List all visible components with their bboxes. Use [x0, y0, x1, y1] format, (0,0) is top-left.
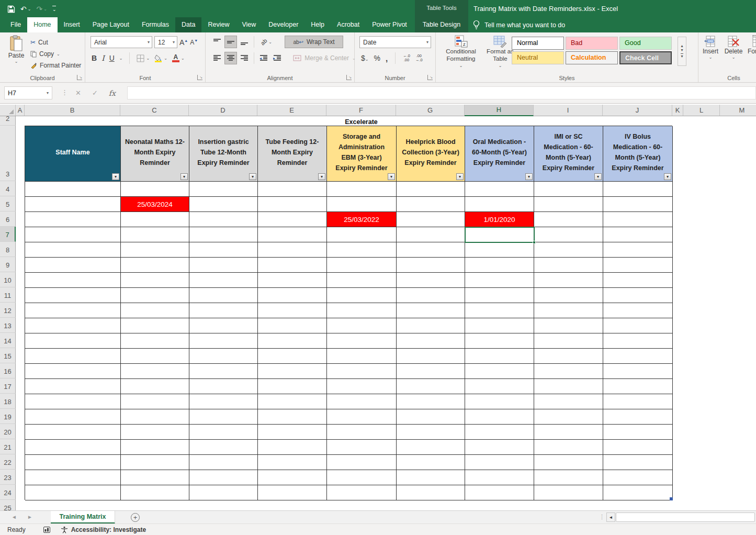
row-header-20[interactable]: 20 [0, 424, 16, 439]
font-dialog-launcher[interactable]: ↘ [197, 75, 202, 80]
table-header-tube-feeding-12-month-expiry-reminder[interactable]: Tube Feeding 12-Month Expiry Reminder▾ [258, 126, 327, 182]
row-header-17[interactable]: 17 [0, 378, 16, 394]
align-top-button[interactable] [211, 36, 223, 48]
hscroll-thumb[interactable] [616, 512, 755, 522]
cell-E23[interactable] [258, 470, 327, 485]
cell-C16[interactable] [121, 364, 189, 379]
cell-E8[interactable] [258, 242, 327, 258]
row-header-5[interactable]: 5 [0, 196, 16, 211]
cell-H17[interactable] [465, 379, 534, 394]
column-header-F[interactable]: F [326, 105, 396, 116]
cell-D21[interactable] [189, 440, 258, 455]
filter-dropdown-icon[interactable]: ▾ [388, 173, 395, 180]
cell-B8[interactable] [25, 242, 121, 258]
cell-J18[interactable] [603, 394, 673, 409]
select-all-button[interactable] [0, 105, 16, 116]
cell-H18[interactable] [465, 394, 534, 409]
alignment-dialog-launcher[interactable]: ↘ [346, 75, 352, 80]
cell-F24[interactable] [327, 485, 397, 500]
cell-E18[interactable] [258, 394, 327, 409]
style-gallery-scroll[interactable]: ▴▾▾ [678, 37, 686, 66]
cell-D20[interactable] [189, 425, 258, 440]
cell-B18[interactable] [25, 394, 121, 409]
cell-D17[interactable] [189, 379, 258, 394]
underline-dropdown-icon[interactable]: ⌄ [119, 56, 123, 61]
filter-dropdown-icon[interactable]: ▾ [525, 173, 533, 180]
percent-style-button[interactable]: % [374, 54, 380, 62]
cell-G19[interactable] [397, 409, 465, 425]
cell-F9[interactable] [327, 258, 397, 273]
cell-E22[interactable] [258, 455, 327, 470]
cell-J17[interactable] [603, 379, 673, 394]
cell-D8[interactable] [189, 242, 258, 258]
name-box[interactable]: H7▾ [4, 86, 52, 99]
cell-J4[interactable] [603, 182, 673, 197]
row-header-18[interactable]: 18 [0, 394, 16, 409]
row-header-9[interactable]: 9 [0, 257, 16, 272]
ribbon-tab-help[interactable]: Help [304, 17, 331, 32]
cell-I19[interactable] [534, 409, 603, 425]
cell-E20[interactable] [258, 425, 327, 440]
formula-input[interactable] [127, 86, 756, 99]
cell-C5[interactable]: 25/03/2024 [121, 197, 189, 212]
row-header-7[interactable]: 7 [0, 227, 16, 242]
cell-G18[interactable] [397, 394, 465, 409]
cell-J12[interactable] [603, 303, 673, 318]
cell-style-normal[interactable]: Normal [512, 37, 564, 50]
cell-E9[interactable] [258, 258, 327, 273]
cell-G8[interactable] [397, 242, 465, 258]
column-header-J[interactable]: J [603, 105, 672, 116]
cell-G5[interactable] [397, 197, 465, 212]
table-header-insertion-gastric-tube-12-month-expiry-reminder[interactable]: Insertion gastric Tube 12-Month Expiry R… [189, 126, 258, 182]
cell-G20[interactable] [397, 425, 465, 440]
cell-F6[interactable]: 25/03/2022 [327, 212, 397, 227]
orientation-button[interactable]: ab⌄ [257, 36, 275, 48]
cell-B21[interactable] [25, 440, 121, 455]
row-header-16[interactable]: 16 [0, 363, 16, 378]
cell-J15[interactable] [603, 349, 673, 364]
cell-C9[interactable] [121, 258, 189, 273]
cell-F16[interactable] [327, 364, 397, 379]
customize-quick-access-button[interactable]: ⌄ [52, 6, 57, 12]
wrap-text-button[interactable]: ab↩ Wrap Text [285, 36, 343, 48]
cell-E11[interactable] [258, 288, 327, 303]
cell-D18[interactable] [189, 394, 258, 409]
sheet-tab-training-matrix[interactable]: Training Matrix [51, 511, 115, 524]
cell-E10[interactable] [258, 273, 327, 288]
borders-button[interactable]: ⌄ [137, 54, 150, 62]
bold-button[interactable]: B [92, 54, 97, 62]
cell-B16[interactable] [25, 364, 121, 379]
cell-B23[interactable] [25, 470, 121, 485]
cell-H16[interactable] [465, 364, 534, 379]
cell-C17[interactable] [121, 379, 189, 394]
row-header-6[interactable]: 6 [0, 211, 16, 227]
column-header-C[interactable]: C [120, 105, 189, 116]
ribbon-tab-acrobat[interactable]: Acrobat [331, 17, 366, 32]
cell-I12[interactable] [534, 303, 603, 318]
cell-B10[interactable] [25, 273, 121, 288]
align-middle-button[interactable] [224, 36, 237, 48]
cell-B24[interactable] [25, 485, 121, 500]
table-resize-handle[interactable] [670, 497, 673, 500]
cell-F15[interactable] [327, 349, 397, 364]
cell-C15[interactable] [121, 349, 189, 364]
cell-C23[interactable] [121, 470, 189, 485]
cell-G13[interactable] [397, 318, 465, 333]
enter-icon[interactable]: ✓ [92, 89, 98, 97]
cell-I13[interactable] [534, 318, 603, 333]
cell-G9[interactable] [397, 258, 465, 273]
row-header-13[interactable]: 13 [0, 318, 16, 333]
cell-D19[interactable] [189, 409, 258, 425]
cell-G11[interactable] [397, 288, 465, 303]
macro-record-icon[interactable] [43, 527, 50, 533]
cell-style-neutral[interactable]: Neutral [512, 51, 564, 64]
table-header-heelprick-blood-collection-3-year-expiry-reminder[interactable]: Heelprick Blood Collection (3-Year) Expi… [397, 126, 465, 182]
column-header-G[interactable]: G [396, 105, 465, 116]
cell-H10[interactable] [465, 273, 534, 288]
cell-C19[interactable] [121, 409, 189, 425]
row-header-25[interactable]: 25 [0, 500, 16, 510]
cell-G12[interactable] [397, 303, 465, 318]
ribbon-tab-developer[interactable]: Developer [262, 17, 304, 32]
column-header-M[interactable]: M [720, 105, 756, 116]
cell-G10[interactable] [397, 273, 465, 288]
